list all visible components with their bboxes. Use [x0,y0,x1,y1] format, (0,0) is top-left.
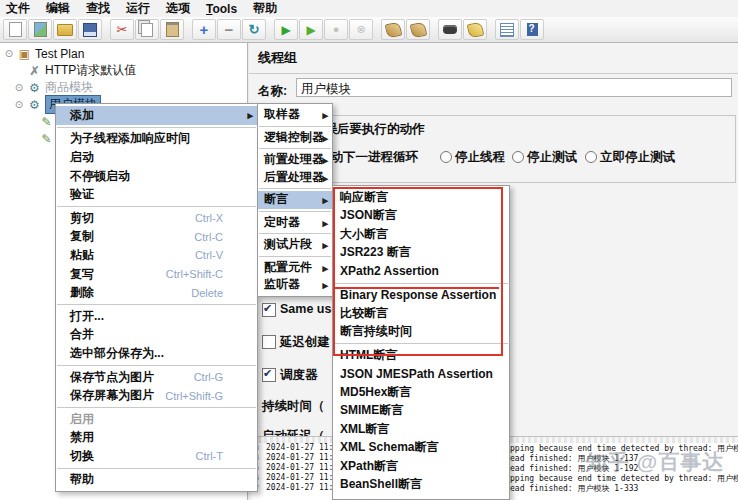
tree-node-icon: ⚙ [28,98,41,112]
checkbox-same-user[interactable] [262,303,276,317]
menu-item-copy[interactable]: 复制 Ctrl-C [56,228,257,247]
watermark: 知乎 @百事达 [586,448,724,476]
assertion-md5hex[interactable]: MD5Hex断言 [333,383,509,402]
radio-stop-test-now-label: 立即停止测试 [600,149,675,166]
menu-item-open[interactable]: 打开... [56,307,257,326]
radio-stop-thread[interactable] [440,151,452,163]
radio-stop-thread-label: 停止线程 [455,149,505,166]
add-submenu: 取样器 逻辑控制器 前置处理器 后置处理器 [257,103,333,297]
tree-node-label: 商品模块 [45,79,93,96]
context-menu-item [57,127,256,128]
toolbar: ✂ + − ↻ [0,17,738,43]
assertion-xpath[interactable]: XPath断言 [333,457,509,476]
shortcut-label: Ctrl-G [194,371,223,383]
submenu-listener[interactable]: 监听器 [258,276,332,294]
log-message: ead finished: 用户模块 1-333 [510,483,638,494]
menu-item-start-no-pauses[interactable]: 不停顿启动 [56,167,257,186]
assertion-beanshell[interactable]: BeanShell断言 [333,476,509,495]
shortcut-label: Delete [191,287,223,299]
tree-toggle-icon[interactable]: ⊙ [4,48,14,59]
menu-item-add-think-times[interactable]: 为子线程添加响应时间 [56,130,257,149]
menu-item-save-selection-as[interactable]: 选中部分保存为... [56,344,257,363]
duration-label: 持续时间（ [262,398,325,415]
start-no-pauses-icon[interactable]: ▶ [299,19,323,40]
checkbox-scheduler-label: 调度器 [280,367,318,384]
menu-item-help[interactable]: 帮助 [56,471,257,490]
menu-tools[interactable]: Tools [206,2,237,16]
expand-all-icon[interactable]: + [192,19,216,40]
context-menu-item [57,407,256,408]
restart-icon[interactable]: ↻ [242,19,266,40]
context-menu: 添加 为子线程添加响应时间 启动 不停顿启动 [55,103,258,492]
assertion-jmespath[interactable]: JSON JMESPath Assertion [333,365,509,384]
submenu-timer[interactable]: 定时器 [258,214,332,232]
tree-node-icon: ⚙ [28,81,41,95]
tree-node-test-plan[interactable]: ⊙ ▣ Test Plan [0,45,247,62]
context-menu-item [57,365,256,366]
checkbox-scheduler[interactable] [262,368,276,382]
menu-item-save-node-as-image[interactable]: 保存节点为图片 Ctrl-G [56,368,257,387]
radio-stop-test[interactable] [512,151,524,163]
menu-item-paste[interactable]: 粘贴 Ctrl-V [56,246,257,265]
menu-options[interactable]: 选项 [166,0,190,17]
tree-node-icon: ✎ [40,132,53,146]
menu-file[interactable]: 文件 [6,0,30,17]
log-viewer-icon[interactable] [495,19,519,40]
menu-item-delete[interactable]: 删除 Delete [56,283,257,302]
paste-icon[interactable] [160,19,184,40]
submenu-logic-controller[interactable]: 逻辑控制器 [258,129,332,147]
cut-icon[interactable]: ✂ [110,19,134,40]
menu-search[interactable]: 查找 [86,0,110,17]
jmeter-window: 文件编辑查找运行选项Tools帮助 [0,0,738,500]
menu-item-duplicate[interactable]: 复写 Ctrl+Shift-C [56,265,257,284]
collapse-all-icon[interactable]: − [217,19,241,40]
stop-icon[interactable]: ● [324,19,348,40]
submenu-test-fragment[interactable]: 测试片段 [258,236,332,254]
new-from-template-icon[interactable] [28,19,52,40]
help-icon[interactable] [520,19,544,40]
clear-all-icon[interactable] [406,19,430,40]
submenu-assertion[interactable]: 断言 [258,191,332,209]
menu-item-enable[interactable]: 启用 [56,410,257,429]
assertion-smime[interactable]: SMIME断言 [333,402,509,421]
add-submenu-item [259,233,331,234]
start-icon[interactable]: ▶ [274,19,298,40]
shutdown-icon[interactable]: ⊗ [349,19,373,40]
checkbox-delayed-creation-label: 延迟创建 [280,334,330,351]
menu-help[interactable]: 帮助 [253,0,277,17]
tree-node-product-module[interactable]: ⊙ ⚙ 商品模块 [0,79,247,96]
save-icon[interactable] [78,19,102,40]
submenu-config-element[interactable]: 配置元件 [258,259,332,277]
menu-item-cut[interactable]: 剪切 Ctrl-X [56,209,257,228]
menu-item-add[interactable]: 添加 [56,106,257,125]
new-file-icon[interactable] [3,19,27,40]
search-reset-icon[interactable] [463,19,487,40]
tree-node-http-defaults[interactable]: ✗ HTTP请求默认值 [0,62,247,79]
menu-item-disable[interactable]: 禁用 [56,429,257,448]
submenu-sampler[interactable]: 取样器 [258,106,332,124]
submenu-pre-processor[interactable]: 前置处理器 [258,151,332,169]
assertion-xml-schema[interactable]: XML Schema断言 [333,439,509,458]
tree-toggle-icon[interactable]: ⊙ [14,99,24,110]
open-file-icon[interactable] [53,19,77,40]
menu-item-validate[interactable]: 验证 [56,185,257,204]
tree-node-label: Test Plan [35,47,84,61]
submenu-post-processor[interactable]: 后置处理器 [258,169,332,187]
copy-icon[interactable] [135,19,159,40]
name-input[interactable]: 用户模块 [296,78,732,97]
menu-edit[interactable]: 编辑 [46,0,70,17]
menu-item-save-screen-as-image[interactable]: 保存屏幕为图片 Ctrl+Shift-G [56,386,257,405]
menu-run[interactable]: 运行 [126,0,150,17]
shortcut-label: Ctrl-X [195,212,223,224]
tree-toggle-icon[interactable]: ⊙ [14,82,24,93]
radio-stop-test-now[interactable] [585,151,597,163]
assertion-xml[interactable]: XML断言 [333,420,509,439]
search-icon[interactable] [438,19,462,40]
menu-item-merge[interactable]: 合并 [56,326,257,345]
clear-icon[interactable] [381,19,405,40]
log-timestamp: 2024-01-27 11: [266,463,333,472]
menu-item-toggle[interactable]: 切换 Ctrl-T [56,447,257,466]
checkbox-delayed-creation[interactable] [262,335,276,349]
shortcut-label: Ctrl+Shift-C [166,268,223,280]
menu-item-start[interactable]: 启动 [56,148,257,167]
